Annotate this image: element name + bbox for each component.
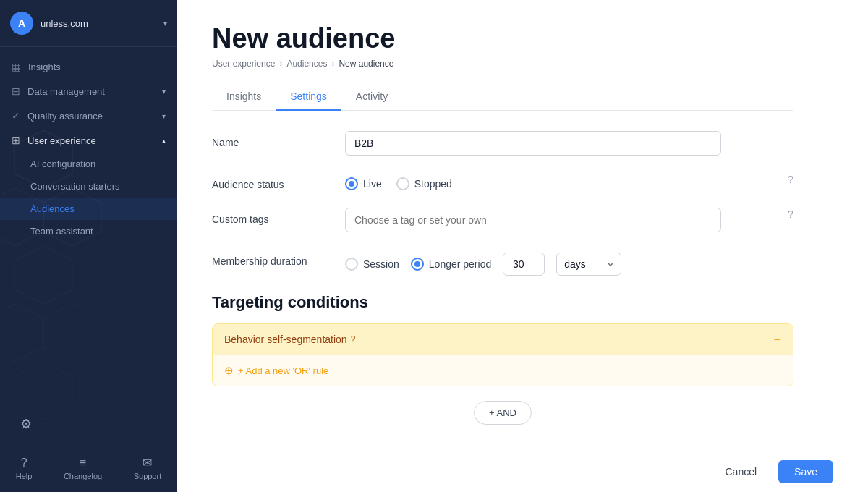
status-live-radio[interactable] — [345, 177, 358, 190]
app-logo: A — [10, 12, 33, 35]
help-button[interactable]: ? Help — [10, 454, 38, 483]
sidebar-item-label: Quality assurance — [27, 111, 155, 122]
save-button[interactable]: Save — [778, 460, 833, 483]
audience-status-control: Live Stopped — [345, 173, 765, 190]
plus-circle-icon: ⊕ — [224, 364, 234, 377]
membership-longer-period-radio[interactable] — [411, 258, 424, 271]
breadcrumb-user-experience[interactable]: User experience — [212, 59, 275, 69]
membership-session-label: Session — [363, 258, 399, 270]
insights-icon: ▦ — [12, 61, 21, 72]
breadcrumb: User experience › Audiences › New audien… — [212, 59, 793, 69]
tab-bar: Insights Settings Activity — [212, 83, 793, 111]
status-live-label: Live — [363, 178, 382, 190]
workspace-selector[interactable]: A unless.com ▾ — [0, 0, 177, 47]
behavior-card-header: Behavior self-segmentation ? − — [213, 324, 793, 355]
audience-status-help-icon[interactable]: ? — [788, 173, 793, 185]
data-management-icon: ⊟ — [12, 85, 20, 97]
behavior-self-segmentation-card: Behavior self-segmentation ? − ⊕ + Add a… — [212, 323, 793, 386]
sidebar-item-data-management[interactable]: ⊟ Data management ▾ — [0, 79, 177, 103]
help-icon: ? — [21, 457, 27, 470]
sidebar-item-label: User experience — [27, 135, 155, 146]
name-input[interactable] — [345, 131, 721, 156]
status-live-option[interactable]: Live — [345, 177, 382, 190]
audience-status-label: Audience status — [212, 173, 328, 190]
membership-options: Session Longer period minutes hours days… — [345, 250, 793, 276]
support-button[interactable]: ✉ Support — [128, 453, 168, 483]
sidebar: A unless.com ▾ ▦ Insights ⊟ Data managem… — [0, 0, 177, 492]
sidebar-item-user-experience[interactable]: ⊞ User experience ▴ — [0, 128, 177, 153]
sidebar-item-label: Insights — [28, 62, 166, 72]
sidebar-item-quality-assurance[interactable]: ✓ Quality assurance ▾ — [0, 103, 177, 128]
form-row-membership-duration: Membership duration Session Longer perio… — [212, 250, 793, 276]
sidebar-item-audiences[interactable]: Audiences — [0, 198, 177, 220]
add-or-rule-button[interactable]: ⊕ + Add a new 'OR' rule — [224, 364, 781, 377]
sidebar-nav: ▦ Insights ⊟ Data management ▾ ✓ Quality… — [0, 47, 177, 410]
behavior-card-body: ⊕ + Add a new 'OR' rule — [213, 355, 793, 386]
custom-tags-control — [345, 208, 765, 232]
status-stopped-radio[interactable] — [396, 177, 409, 190]
breadcrumb-separator: › — [279, 59, 282, 69]
membership-duration-control: Session Longer period minutes hours days… — [345, 250, 793, 276]
targeting-conditions-title: Targeting conditions — [212, 293, 793, 312]
status-stopped-option[interactable]: Stopped — [396, 177, 452, 190]
chevron-up-icon: ▴ — [162, 137, 166, 145]
workspace-name: unless.com — [41, 18, 156, 29]
duration-value-input[interactable] — [503, 253, 545, 276]
membership-longer-period-option[interactable]: Longer period — [411, 258, 491, 271]
changelog-icon: ≡ — [80, 457, 86, 470]
main-content: New audience User experience › Audiences… — [177, 0, 868, 492]
form-row-name: Name — [212, 131, 793, 156]
behavior-card-title: Behavior self-segmentation ? — [224, 334, 355, 345]
cancel-button[interactable]: Cancel — [712, 460, 770, 483]
tab-activity[interactable]: Activity — [341, 83, 402, 111]
changelog-button[interactable]: ≡ Changelog — [58, 454, 108, 483]
support-icon: ✉ — [142, 456, 152, 470]
sidebar-item-label: Data management — [27, 86, 155, 97]
behavior-help-icon[interactable]: ? — [351, 334, 356, 344]
and-button[interactable]: + AND — [474, 401, 532, 425]
name-label: Name — [212, 131, 328, 148]
duration-unit-select[interactable]: minutes hours days weeks — [556, 253, 621, 276]
breadcrumb-audiences[interactable]: Audiences — [286, 59, 327, 69]
form-footer: Cancel Save — [177, 451, 868, 492]
custom-tags-label: Custom tags — [212, 208, 328, 225]
user-experience-icon: ⊞ — [12, 135, 20, 146]
settings-button[interactable]: ⚙ — [10, 410, 42, 438]
and-button-label: + AND — [489, 407, 516, 418]
workspace-chevron-icon: ▾ — [163, 20, 167, 27]
behavior-remove-button[interactable]: − — [773, 333, 781, 346]
breadcrumb-separator: › — [331, 59, 334, 69]
membership-longer-period-label: Longer period — [429, 258, 491, 270]
tab-insights[interactable]: Insights — [212, 83, 276, 111]
membership-session-radio[interactable] — [345, 258, 358, 271]
status-radio-group: Live Stopped — [345, 173, 765, 190]
sidebar-bottom-bar: ? Help ≡ Changelog ✉ Support — [0, 444, 177, 492]
sidebar-item-insights[interactable]: ▦ Insights — [0, 54, 177, 79]
quality-assurance-icon: ✓ — [12, 110, 20, 122]
sidebar-item-ai-configuration[interactable]: AI configuration — [0, 153, 177, 175]
page-title: New audience — [212, 23, 793, 54]
custom-tags-input[interactable] — [345, 208, 721, 232]
status-stopped-label: Stopped — [414, 178, 452, 190]
user-experience-subitems: AI configuration Conversation starters A… — [0, 153, 177, 247]
breadcrumb-current: New audience — [339, 59, 393, 69]
chevron-down-icon: ▾ — [162, 112, 166, 120]
custom-tags-help-icon[interactable]: ? — [788, 208, 793, 220]
tab-settings[interactable]: Settings — [276, 83, 341, 111]
membership-session-option[interactable]: Session — [345, 258, 399, 271]
sidebar-item-team-assistant[interactable]: Team assistant — [0, 220, 177, 242]
chevron-down-icon: ▾ — [162, 88, 166, 96]
form-row-audience-status: Audience status Live Stopped ? — [212, 173, 793, 190]
form-row-custom-tags: Custom tags ? — [212, 208, 793, 232]
membership-duration-label: Membership duration — [212, 250, 328, 267]
name-field-wrapper — [345, 131, 793, 156]
sidebar-item-conversation-starters[interactable]: Conversation starters — [0, 175, 177, 198]
